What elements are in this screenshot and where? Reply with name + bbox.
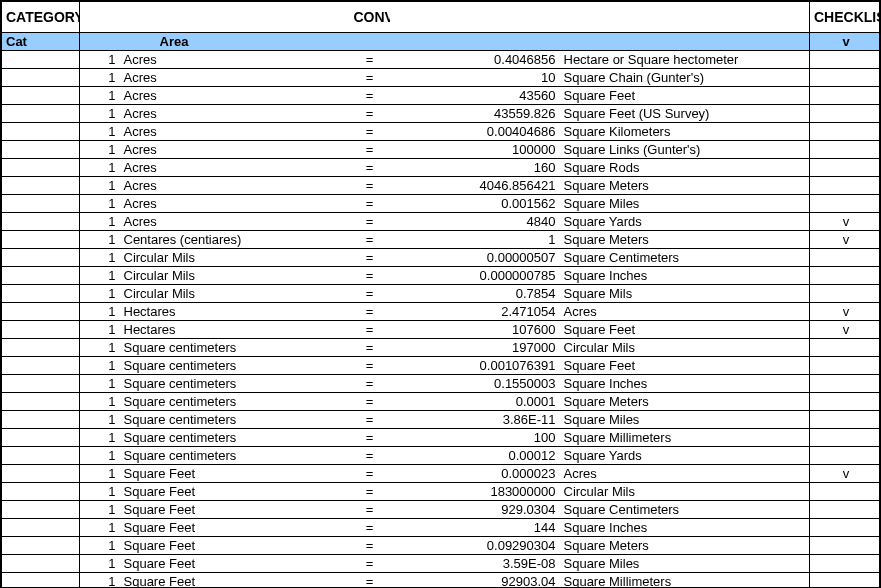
equals-cell: = xyxy=(350,123,390,141)
checklist-cell[interactable] xyxy=(810,483,882,501)
value-cell: 107600 xyxy=(390,321,560,339)
from-unit-cell: Hectares xyxy=(120,321,350,339)
checklist-cell[interactable]: v xyxy=(810,231,882,249)
category-cell[interactable] xyxy=(2,303,80,321)
checklist-cell[interactable] xyxy=(810,573,882,589)
category-cell[interactable] xyxy=(2,231,80,249)
table-row: 1Acres=4046.856421Square Meters xyxy=(2,177,882,195)
table-row: 1Square centimeters=197000Circular Mils xyxy=(2,339,882,357)
checklist-cell[interactable] xyxy=(810,249,882,267)
category-cell[interactable] xyxy=(2,177,80,195)
to-unit-cell: Square Chain (Gunter's) xyxy=(560,69,810,87)
category-cell[interactable] xyxy=(2,213,80,231)
checklist-cell[interactable] xyxy=(810,537,882,555)
equals-cell: = xyxy=(350,231,390,249)
table-row: 1Square centimeters=0.00012Square Yards xyxy=(2,447,882,465)
category-cell[interactable] xyxy=(2,51,80,69)
table-row: 1Square Feet=3.59E-08Square Miles xyxy=(2,555,882,573)
checklist-cell[interactable] xyxy=(810,69,882,87)
equals-cell: = xyxy=(350,555,390,573)
checklist-cell[interactable] xyxy=(810,285,882,303)
category-cell[interactable] xyxy=(2,321,80,339)
table-row: 1Square Feet=183000000Circular Mils xyxy=(2,483,882,501)
value-cell: 3.59E-08 xyxy=(390,555,560,573)
checklist-cell[interactable] xyxy=(810,141,882,159)
to-unit-cell: Square Meters xyxy=(560,393,810,411)
category-cell[interactable] xyxy=(2,357,80,375)
category-cell[interactable] xyxy=(2,573,80,589)
category-cell[interactable] xyxy=(2,393,80,411)
category-cell[interactable] xyxy=(2,375,80,393)
from-unit-cell: Square Feet xyxy=(120,537,350,555)
value-cell: 0.4046856 xyxy=(390,51,560,69)
checklist-cell[interactable] xyxy=(810,267,882,285)
to-unit-cell: Square Feet (US Survey) xyxy=(560,105,810,123)
category-cell[interactable] xyxy=(2,411,80,429)
from-unit-cell: Square Feet xyxy=(120,555,350,573)
equals-cell: = xyxy=(350,447,390,465)
checklist-cell[interactable]: v xyxy=(810,213,882,231)
equals-cell: = xyxy=(350,195,390,213)
category-cell[interactable] xyxy=(2,69,80,87)
checklist-cell[interactable] xyxy=(810,411,882,429)
checklist-cell[interactable] xyxy=(810,375,882,393)
category-cell[interactable] xyxy=(2,285,80,303)
category-cell[interactable] xyxy=(2,339,80,357)
from-unit-cell: Acres xyxy=(120,177,350,195)
value-cell: 0.00404686 xyxy=(390,123,560,141)
checklist-cell[interactable]: v xyxy=(810,303,882,321)
checklist-cell[interactable] xyxy=(810,555,882,573)
checklist-cell[interactable] xyxy=(810,195,882,213)
checklist-cell[interactable] xyxy=(810,177,882,195)
table-row: 1Acres=43559.826Square Feet (US Survey) xyxy=(2,105,882,123)
to-unit-cell: Square Links (Gunter's) xyxy=(560,141,810,159)
from-unit-cell: Square centimeters xyxy=(120,393,350,411)
equals-cell: = xyxy=(350,501,390,519)
checklist-cell[interactable]: v xyxy=(810,321,882,339)
category-cell[interactable] xyxy=(2,195,80,213)
table-row: 1Square centimeters=3.86E-11Square Miles xyxy=(2,411,882,429)
checklist-cell[interactable] xyxy=(810,393,882,411)
checklist-cell[interactable] xyxy=(810,429,882,447)
table-row: 1Acres=43560Square Feet xyxy=(2,87,882,105)
category-cell[interactable] xyxy=(2,483,80,501)
category-cell[interactable] xyxy=(2,465,80,483)
category-cell[interactable] xyxy=(2,555,80,573)
table-row: 1Square Feet=92903.04Square Millimeters xyxy=(2,573,882,589)
table-row: 1Acres=0.00404686Square Kilometers xyxy=(2,123,882,141)
table-row: 1Acres=4840Square Yardsv xyxy=(2,213,882,231)
category-cell[interactable] xyxy=(2,429,80,447)
checklist-cell[interactable] xyxy=(810,123,882,141)
checklist-cell[interactable] xyxy=(810,357,882,375)
checklist-cell[interactable] xyxy=(810,339,882,357)
to-unit-cell: Square Feet xyxy=(560,87,810,105)
category-cell[interactable] xyxy=(2,87,80,105)
table-row: 1Acres=100000Square Links (Gunter's) xyxy=(2,141,882,159)
category-cell[interactable] xyxy=(2,123,80,141)
category-cell[interactable] xyxy=(2,447,80,465)
value-cell: 0.00000507 xyxy=(390,249,560,267)
checklist-cell[interactable] xyxy=(810,447,882,465)
checklist-cell[interactable] xyxy=(810,159,882,177)
checklist-cell[interactable] xyxy=(810,51,882,69)
checklist-cell[interactable]: v xyxy=(810,465,882,483)
category-cell[interactable] xyxy=(2,249,80,267)
category-cell[interactable] xyxy=(2,159,80,177)
qty-cell: 1 xyxy=(80,339,120,357)
from-unit-cell: Acres xyxy=(120,213,350,231)
category-cell[interactable] xyxy=(2,519,80,537)
checklist-cell[interactable] xyxy=(810,87,882,105)
category-cell[interactable] xyxy=(2,537,80,555)
to-unit-cell: Square Centimeters xyxy=(560,501,810,519)
category-cell[interactable] xyxy=(2,105,80,123)
to-unit-cell: Square Feet xyxy=(560,357,810,375)
table-row: 1Hectares=2.471054Acresv xyxy=(2,303,882,321)
checklist-cell[interactable] xyxy=(810,501,882,519)
from-unit-cell: Square centimeters xyxy=(120,429,350,447)
checklist-cell[interactable] xyxy=(810,519,882,537)
category-cell[interactable] xyxy=(2,141,80,159)
equals-cell: = xyxy=(350,303,390,321)
category-cell[interactable] xyxy=(2,501,80,519)
category-cell[interactable] xyxy=(2,267,80,285)
checklist-cell[interactable] xyxy=(810,105,882,123)
